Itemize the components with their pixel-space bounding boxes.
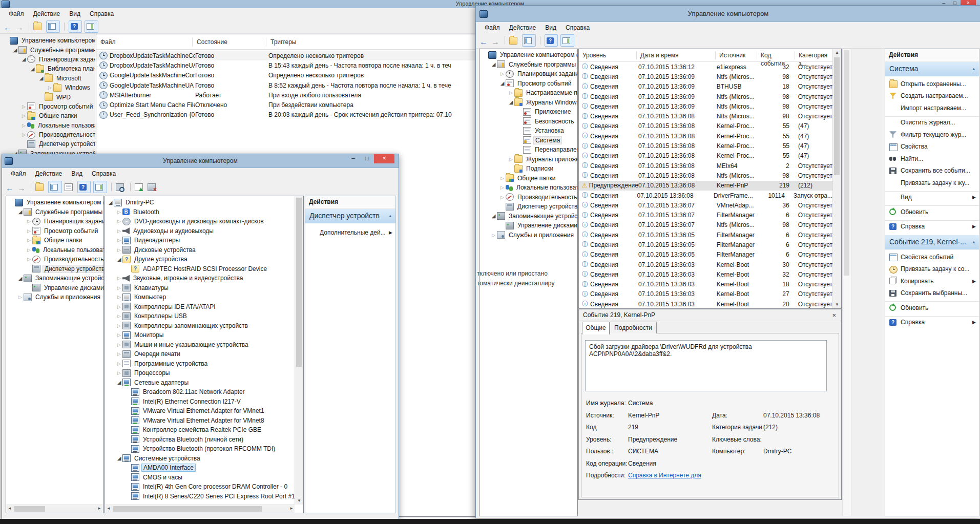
export-list-icon[interactable] xyxy=(35,182,46,192)
console-tree-icon[interactable] xyxy=(48,181,62,193)
device-tree-item[interactable]: Устройства Bluetooth (личной сети) xyxy=(105,435,294,445)
tree-item[interactable]: Приложение xyxy=(479,107,576,117)
help-icon[interactable] xyxy=(545,34,558,47)
tree-item[interactable]: Планировщик заданий xyxy=(6,217,102,226)
device-tree-item[interactable]: Контроллеры запоминающих устройств xyxy=(105,321,294,331)
tree-item[interactable]: Просмотр событий xyxy=(1,102,95,111)
expander-icon[interactable] xyxy=(499,71,506,76)
expander-icon[interactable] xyxy=(116,342,122,347)
action-save-all-events[interactable]: Сохранить все событи... xyxy=(885,165,979,177)
update-driver-icon[interactable] xyxy=(135,182,145,192)
tree-item[interactable]: Общие папки xyxy=(1,111,95,120)
tree-item[interactable]: Журналы Windows xyxy=(479,98,576,108)
device-tree-item[interactable]: Программные устройства xyxy=(105,359,294,369)
tree-item[interactable]: Производительность xyxy=(479,193,576,202)
help-icon[interactable] xyxy=(69,20,82,33)
action-attach-task-to-event[interactable]: Привязать задачу к со... xyxy=(885,263,979,276)
taskbar[interactable] xyxy=(0,519,980,524)
action-pane-icon[interactable] xyxy=(85,20,98,33)
expander-icon[interactable] xyxy=(116,313,122,319)
tree-item[interactable]: Windows xyxy=(1,83,95,92)
actions-section-header[interactable]: Система ▴ xyxy=(885,61,979,76)
close-button[interactable]: × xyxy=(374,154,394,163)
horizontal-scrollbar[interactable]: ◄ ► xyxy=(105,505,295,513)
tree-item[interactable]: Управление компьютером (л xyxy=(6,198,102,207)
action-copy[interactable]: Копировать ▶ xyxy=(885,275,979,287)
scan-hardware-icon[interactable] xyxy=(116,182,126,192)
column-header[interactable]: Код события xyxy=(757,51,795,59)
device-tree-item[interactable]: Аудиовходы и аудиовыходы xyxy=(105,226,294,236)
event-row[interactable]: Предупреждение 07.10.2015 13:36:08 Kerne… xyxy=(579,181,832,191)
collapse-icon[interactable]: ▴ xyxy=(389,209,391,223)
column-header[interactable]: Состояние xyxy=(193,37,266,47)
tree-item[interactable]: Служебные программы xyxy=(1,45,95,54)
menu-item[interactable]: Файл xyxy=(480,23,505,33)
event-row[interactable]: Сведения 07.10.2015 13:36:03 Kernel-Boot… xyxy=(579,269,832,279)
action-clear-log[interactable]: Очистить журнал... xyxy=(885,116,979,129)
device-tree-item[interactable]: Контроллеры USB xyxy=(105,311,294,321)
expander-icon[interactable] xyxy=(20,132,27,137)
toolbar-separator[interactable] xyxy=(540,36,540,45)
tree-item[interactable]: Общие папки xyxy=(479,174,576,183)
expander-icon[interactable] xyxy=(116,332,122,338)
tab-general[interactable]: Общие xyxy=(582,322,610,334)
menu-item[interactable]: Вид xyxy=(67,169,87,179)
device-tree-item[interactable]: Dmitry-PC xyxy=(105,198,294,207)
console-tree-icon[interactable] xyxy=(46,20,60,33)
minimize-button[interactable]: – xyxy=(346,154,360,163)
help-icon[interactable] xyxy=(77,181,91,193)
event-row[interactable]: Сведения 07.10.2015 13:36:05 FilterManag… xyxy=(579,240,832,249)
event-message[interactable]: Сбой загрузки драйвера \Driver\WUDFRd дл… xyxy=(585,340,827,391)
action-create-custom-view[interactable]: Создать настраиваем... xyxy=(885,90,979,102)
tree-item[interactable]: Установка xyxy=(479,126,576,136)
event-row[interactable]: Сведения 07.10.2015 13:36:07 Ntfs (Micro… xyxy=(579,220,832,230)
device-tree-item[interactable]: ADAPTEC HostRAID SCSI Processor Device xyxy=(105,264,294,274)
tree-item[interactable]: Перенаправлен xyxy=(479,145,576,155)
column-header[interactable]: Уровень xyxy=(579,51,637,59)
event-row[interactable]: Сведения 07.10.2015 13:36:03 Kernel-Boot… xyxy=(579,289,832,299)
device-tree-item[interactable]: Видеоадаптеры xyxy=(105,236,294,245)
event-row[interactable]: Сведения 07.10.2015 13:36:03 Kernel-Boot… xyxy=(579,260,832,269)
action-event-properties[interactable]: Свойства событий xyxy=(885,251,979,263)
column-header[interactable]: Категория з... xyxy=(795,51,834,59)
tree-item[interactable]: Локальные пользовате xyxy=(1,121,95,130)
expander-icon[interactable] xyxy=(20,56,27,62)
device-tree-item[interactable]: Контроллеры IDE ATA/ATAPI xyxy=(105,302,294,312)
expander-icon[interactable] xyxy=(116,209,122,215)
horizontal-scrollbar[interactable]: ◄ ► xyxy=(6,505,102,513)
tree-item[interactable]: Безопасность xyxy=(479,117,576,127)
tree-item[interactable]: Просмотр событий xyxy=(6,226,102,236)
event-row[interactable]: Сведения 07.10.2015 13:36:09 Ntfs (Micro… xyxy=(579,72,832,81)
action-help[interactable]: Справка ▶ xyxy=(885,220,979,233)
action-refresh[interactable]: Обновить xyxy=(885,301,979,314)
expander-icon[interactable] xyxy=(116,361,122,366)
device-tree-item[interactable]: VMware Virtual Ethernet Adapter for VMne… xyxy=(105,416,294,426)
event-row[interactable]: Сведения 07.10.2015 13:36:03 Kernel-Boot… xyxy=(579,299,832,309)
menu-item[interactable]: Справка xyxy=(85,9,118,19)
tree-item[interactable]: Управление компьютером (л xyxy=(479,50,576,60)
tree-item[interactable]: Настраиваемые пр xyxy=(479,88,576,98)
collapse-icon[interactable]: ▴ xyxy=(972,235,975,249)
expander-icon[interactable] xyxy=(26,219,32,224)
tree-item[interactable]: WPD xyxy=(1,92,95,101)
expander-icon[interactable] xyxy=(499,195,506,200)
event-row[interactable]: Сведения 07.10.2015 13:36:08 Kernel-Proc… xyxy=(579,141,832,151)
device-tree-item[interactable]: Intel(R) 4th Gen Core processor DRAM Con… xyxy=(105,482,294,492)
tree-item[interactable]: Управление компьютером (л xyxy=(1,36,95,45)
tree-item[interactable]: Журналы приложе xyxy=(479,155,576,164)
expander-icon[interactable] xyxy=(29,66,36,72)
device-tree-item[interactable]: Intel(R) 8 Series/C220 Series PCI Expres… xyxy=(105,492,294,501)
tree-item[interactable]: Службы и приложения xyxy=(479,230,576,240)
action-filter-current-log[interactable]: Фильтр текущего жур... xyxy=(885,129,979,141)
menu-item[interactable]: Действие xyxy=(29,9,65,19)
expander-icon[interactable] xyxy=(26,257,32,262)
tree-item[interactable]: Подписки xyxy=(479,164,576,174)
event-row[interactable]: Сведения 07.10.2015 13:36:08 Kernel-Proc… xyxy=(579,121,832,131)
event-row[interactable]: Сведения 07.10.2015 13:36:09 Ntfs (Micro… xyxy=(579,101,832,111)
expander-icon[interactable] xyxy=(116,219,122,224)
tree-item[interactable]: Библиотека планир xyxy=(1,64,95,73)
event-row[interactable]: Сведения 07.10.2015 13:36:05 FilterManag… xyxy=(579,250,832,260)
tree-item[interactable]: Производительность xyxy=(6,255,102,264)
expander-icon[interactable] xyxy=(116,257,122,262)
expander-icon[interactable] xyxy=(490,61,497,67)
